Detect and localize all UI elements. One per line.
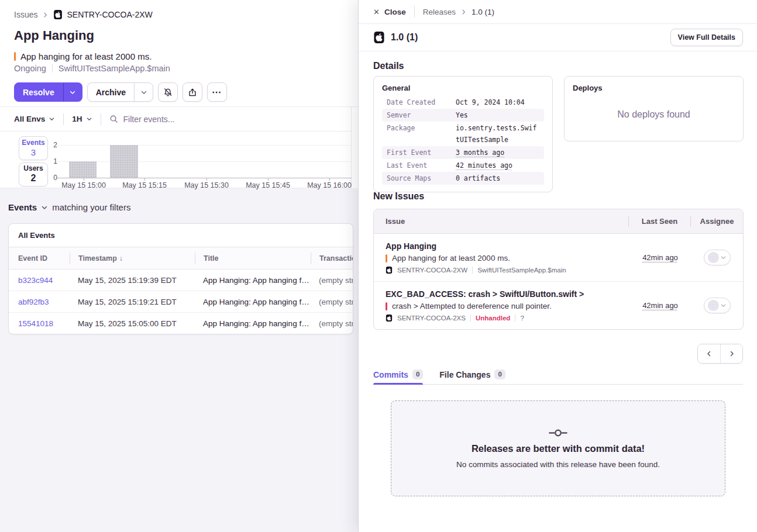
timestamp-header-label: Timestamp — [78, 254, 117, 262]
breadcrumb: Issues SENTRY-COCOA-2XW — [14, 10, 153, 19]
assignee-dropdown[interactable] — [704, 250, 731, 265]
archive-button[interactable]: Archive — [87, 82, 135, 102]
previous-page-button[interactable] — [698, 344, 720, 363]
kv-key: Semver — [387, 109, 456, 121]
y-axis-tick: 0 — [46, 174, 57, 182]
events-heading-dropdown[interactable]: Events — [8, 202, 37, 212]
chevron-down-icon — [140, 89, 147, 96]
x-axis-label: May 15 15:45 — [242, 181, 294, 189]
unknown-handled-indicator: ? — [520, 315, 524, 322]
issue-cell: EXC_BAD_ACCESS: crash > SwiftUI/Button.s… — [374, 282, 629, 329]
issue-cell: App Hanging App hanging for at least 200… — [374, 234, 629, 281]
x-axis-label: May 15 15:00 — [57, 181, 110, 189]
panel-breadcrumb: Releases 1.0 (1) — [423, 8, 494, 16]
event-table-row: abf92fb3 May 15, 2025 15:19:21 EDT App H… — [9, 291, 353, 313]
column-header-last-seen: Last Seen — [629, 217, 690, 226]
issue-description-row: crash > Attempted to dereference null po… — [386, 302, 625, 310]
issue-meta-row: SENTRY-COCOA-2XS Unhandled ? — [386, 315, 625, 322]
event-table-row: b323c944 May 15, 2025 15:19:39 EDT App H… — [9, 270, 353, 291]
issue-description: App hanging for at least 2000 ms. — [20, 51, 152, 61]
x-axis-tickmark — [207, 178, 207, 181]
event-id-link[interactable]: b323c944 — [9, 276, 70, 285]
time-period-selector[interactable]: 1H — [72, 115, 92, 123]
unsubscribe-button[interactable] — [158, 82, 178, 102]
chevron-down-icon — [720, 254, 727, 261]
last-seen-value[interactable]: 42min ago — [642, 253, 678, 262]
kv-row-semver: Semver Yes — [382, 109, 544, 122]
issue-title-link[interactable]: App Hanging — [386, 241, 625, 251]
chevron-down-icon — [720, 302, 727, 309]
sort-descending-icon: ↓ — [119, 254, 123, 262]
divider — [101, 113, 101, 125]
tab-file-changes-label: File Changes — [439, 370, 490, 379]
breadcrumb-project[interactable]: SENTRY-COCOA-2XW — [53, 10, 152, 19]
issue-project-slug: SENTRY-COCOA-2XW — [397, 267, 467, 274]
all-events-tab[interactable]: All Events — [9, 224, 353, 247]
release-version-title: 1.0 (1) — [391, 32, 418, 43]
breadcrumb-releases-link[interactable]: Releases — [423, 8, 456, 16]
assignee-dropdown[interactable] — [704, 298, 731, 313]
ellipsis-icon: ⋯ — [212, 88, 222, 97]
events-count-toggle[interactable]: Events 3 — [19, 136, 48, 160]
last-seen-value[interactable]: 42min ago — [642, 301, 678, 310]
event-transaction: (empty string) — [311, 298, 353, 306]
divider — [470, 315, 471, 322]
issue-details-page: Issues SENTRY-COCOA-2XW App Hanging App … — [0, 0, 358, 532]
users-count-value: 2 — [31, 173, 36, 184]
kv-row-date-created: Date Created Oct 9, 2024 10:04 — [382, 96, 544, 109]
tab-file-changes[interactable]: File Changes 0 — [439, 365, 505, 384]
x-axis-line — [57, 178, 352, 178]
chevron-down-icon[interactable] — [41, 204, 48, 211]
kv-value-tooltip[interactable]: 42 minutes ago — [456, 160, 539, 171]
kv-key: Last Event — [387, 160, 456, 171]
upload-icon — [188, 88, 197, 97]
more-actions-button[interactable]: ⋯ — [207, 82, 227, 102]
view-full-details-button[interactable]: View Full Details — [670, 29, 743, 46]
issue-meta-row: Ongoing SwiftUITestSampleApp.$main — [14, 64, 170, 73]
divider — [515, 315, 515, 322]
x-axis-tickmark — [329, 178, 330, 181]
resolve-button[interactable]: Resolve — [14, 82, 63, 102]
event-id-link[interactable]: abf92fb3 — [9, 298, 70, 306]
next-page-button[interactable] — [720, 344, 742, 363]
kv-row-source-maps: Source Maps 0 artifacts — [382, 172, 544, 185]
breadcrumb-issues-link[interactable]: Issues — [14, 10, 37, 19]
chevron-right-icon — [42, 12, 49, 18]
chevron-right-icon — [728, 350, 735, 357]
event-filter-bar: All Envs 1H — [0, 107, 352, 132]
resolve-split-button: Resolve — [14, 82, 82, 102]
users-count-toggle[interactable]: Users 2 — [19, 163, 48, 186]
event-timestamp: May 15, 2025 15:19:21 EDT — [70, 298, 195, 306]
filter-events-input[interactable] — [123, 115, 299, 124]
event-id-link[interactable]: 15541018 — [9, 319, 70, 328]
column-header-timestamp[interactable]: Timestamp ↓ — [70, 253, 195, 264]
share-button[interactable] — [183, 82, 202, 102]
commits-empty-state: Releases are better with commit data! No… — [391, 400, 725, 496]
artifacts-link[interactable]: 0 artifacts — [456, 172, 539, 184]
resolve-dropdown-button[interactable] — [63, 82, 82, 102]
issue-description-row: App hanging for at least 2000 ms. — [14, 51, 152, 61]
users-count-label: Users — [23, 165, 43, 173]
kv-key: Date Created — [387, 96, 456, 108]
environment-selector[interactable]: All Envs — [14, 115, 55, 123]
y-axis-tick: 1 — [46, 157, 57, 165]
issue-meta-row: SENTRY-COCOA-2XW SwiftUITestSampleApp.$m… — [386, 267, 625, 274]
apple-platform-icon — [53, 10, 63, 19]
details-heading: Details — [373, 61, 404, 71]
tab-commits[interactable]: Commits 0 — [373, 365, 423, 384]
last-seen-cell: 42min ago — [629, 301, 691, 310]
new-issues-heading: New Issues — [373, 191, 424, 202]
search-icon — [109, 115, 118, 123]
close-panel-button[interactable]: ✕ Close — [373, 8, 406, 16]
no-deploys-message: No deploys found — [573, 96, 735, 133]
kv-value-tooltip[interactable]: 3 months ago — [456, 147, 539, 158]
issue-title-link[interactable]: EXC_BAD_ACCESS: crash > SwiftUI/Button.s… — [386, 289, 625, 299]
project-slug: SENTRY-COCOA-2XW — [67, 10, 152, 19]
archive-dropdown-button[interactable] — [134, 82, 153, 102]
gridline — [57, 145, 352, 146]
x-axis-label: May 15 15:15 — [118, 181, 171, 189]
general-details-card: General Date Created Oct 9, 2024 10:04 S… — [373, 76, 553, 192]
assignee-cell — [691, 298, 743, 313]
issue-culprit: SwiftUITestSampleApp.$main — [59, 64, 170, 73]
time-period-label: 1H — [72, 115, 82, 123]
